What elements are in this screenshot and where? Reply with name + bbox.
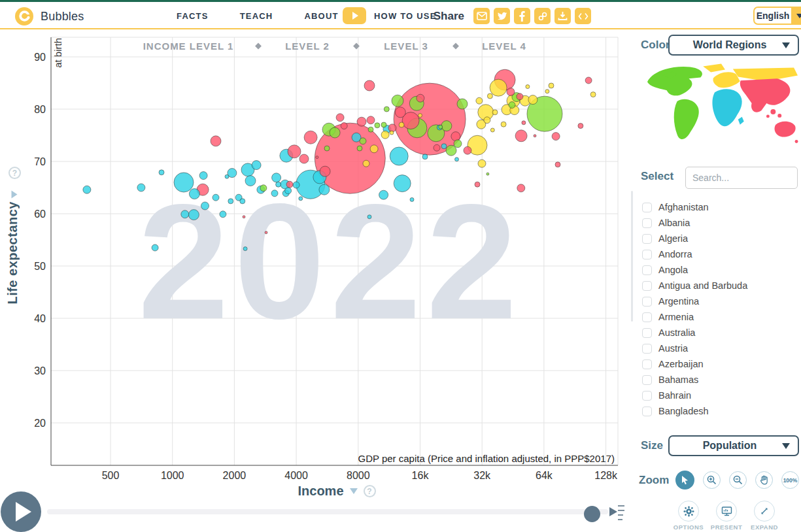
country-bubble-asia[interactable] xyxy=(211,136,221,146)
country-bubble-africa[interactable] xyxy=(174,173,194,192)
country-bubble-africa[interactable] xyxy=(272,173,281,182)
country-bubble-americas[interactable] xyxy=(446,145,456,156)
country-list-item[interactable]: Azerbaijan xyxy=(642,356,792,372)
nav-about[interactable]: ABOUT xyxy=(304,11,338,21)
country-bubble-africa[interactable] xyxy=(390,147,408,165)
zoom-reset-button[interactable]: 100% xyxy=(781,471,799,489)
twitter-icon[interactable] xyxy=(494,8,510,24)
country-bubble-asia[interactable] xyxy=(507,88,515,96)
country-bubble-europe[interactable] xyxy=(490,128,494,132)
country-bubble-asia[interactable] xyxy=(265,231,267,234)
color-dropdown[interactable]: World Regions xyxy=(668,35,799,56)
country-bubble-asia[interactable] xyxy=(534,135,536,137)
country-checkbox[interactable] xyxy=(642,391,652,401)
size-dropdown[interactable]: Population xyxy=(668,435,799,456)
country-bubble-americas[interactable] xyxy=(357,146,362,151)
country-checkbox[interactable] xyxy=(642,297,652,307)
country-checkbox[interactable] xyxy=(642,218,652,228)
present-button[interactable] xyxy=(716,501,737,522)
play-button[interactable] xyxy=(1,491,41,532)
country-bubble-asia[interactable] xyxy=(367,116,375,124)
country-bubble-americas[interactable] xyxy=(457,99,468,109)
country-checkbox[interactable] xyxy=(642,328,652,338)
country-bubble-asia[interactable] xyxy=(475,182,480,187)
country-bubble-asia[interactable] xyxy=(451,132,460,141)
country-bubble-asia[interactable] xyxy=(357,117,366,126)
country-bubble-americas[interactable] xyxy=(368,127,373,132)
country-bubble-africa[interactable] xyxy=(225,175,229,178)
country-bubble-europe[interactable] xyxy=(492,110,498,115)
country-bubble-asia[interactable] xyxy=(341,123,347,129)
country-bubble-asia[interactable] xyxy=(288,145,301,158)
country-bubble-americas[interactable] xyxy=(441,121,452,131)
mail-icon[interactable] xyxy=(473,8,490,24)
country-bubble-africa[interactable] xyxy=(276,182,281,187)
country-bubble-europe[interactable] xyxy=(381,131,389,139)
country-checkbox[interactable] xyxy=(642,359,652,369)
country-bubble-europe[interactable] xyxy=(478,159,486,167)
country-bubble-africa[interactable] xyxy=(199,172,207,180)
country-bubble-africa[interactable] xyxy=(271,190,278,197)
pan-hand-icon[interactable] xyxy=(755,471,773,489)
how-to-use-button[interactable]: HOW TO USE xyxy=(343,7,437,24)
cursor-select-button[interactable] xyxy=(675,471,694,490)
country-list-item[interactable]: Afghanistan xyxy=(642,199,792,215)
country-bubble-asia[interactable] xyxy=(304,131,317,144)
country-list-scrollbar[interactable] xyxy=(631,191,633,322)
country-bubble-africa[interactable] xyxy=(189,189,199,199)
country-bubble-asia[interactable] xyxy=(336,114,344,122)
country-bubble-asia[interactable] xyxy=(464,146,471,154)
country-list-item[interactable]: Algeria xyxy=(642,231,792,246)
country-bubble-europe[interactable] xyxy=(363,160,369,167)
x-axis-dropdown-arrow-icon[interactable] xyxy=(350,488,358,494)
country-bubble-africa[interactable] xyxy=(379,190,388,199)
link-icon[interactable] xyxy=(534,8,551,24)
country-bubble-africa[interactable] xyxy=(455,158,459,161)
country-bubble-americas[interactable] xyxy=(439,125,443,129)
country-bubble-europe[interactable] xyxy=(501,122,506,127)
country-bubble-africa[interactable] xyxy=(299,197,303,201)
language-selector[interactable]: English xyxy=(753,7,801,25)
country-bubble-africa[interactable] xyxy=(243,247,247,251)
country-list-item[interactable]: Antigua and Barbuda xyxy=(642,278,792,293)
timeline-slider[interactable] xyxy=(47,509,608,514)
expand-button[interactable] xyxy=(754,501,775,522)
country-bubble-asia[interactable] xyxy=(364,80,375,91)
country-list-item[interactable]: Angola xyxy=(642,262,792,278)
country-bubble-americas[interactable] xyxy=(454,140,462,148)
country-checkbox[interactable] xyxy=(642,234,652,244)
download-icon[interactable] xyxy=(554,8,571,24)
country-bubble-europe[interactable] xyxy=(490,79,507,96)
country-bubble-europe[interactable] xyxy=(390,131,394,135)
country-bubble-asia[interactable] xyxy=(578,124,583,129)
country-bubble-africa[interactable] xyxy=(181,210,189,218)
country-bubble-americas[interactable] xyxy=(260,185,267,191)
country-bubble-africa[interactable] xyxy=(188,210,199,220)
country-list-item[interactable]: Austria xyxy=(642,341,792,356)
country-bubble-africa[interactable] xyxy=(252,161,261,170)
embed-code-icon[interactable] xyxy=(575,8,591,24)
playback-speed-icon[interactable] xyxy=(608,502,625,524)
country-bubble-africa[interactable] xyxy=(152,244,158,251)
country-bubble-americas[interactable] xyxy=(381,122,386,127)
country-bubble-asia[interactable] xyxy=(585,77,592,84)
country-bubble-europe[interactable] xyxy=(549,83,554,88)
x-axis-help-icon[interactable]: ? xyxy=(364,485,376,497)
country-bubble-asia[interactable] xyxy=(515,130,527,142)
options-button[interactable] xyxy=(678,501,699,522)
country-list-item[interactable]: Armenia xyxy=(642,309,792,325)
nav-facts[interactable]: FACTS xyxy=(177,11,209,21)
country-bubble-americas[interactable] xyxy=(392,95,403,107)
country-bubble-americas[interactable] xyxy=(330,127,340,138)
country-list-item[interactable]: Andorra xyxy=(642,246,792,262)
country-bubble-africa[interactable] xyxy=(441,144,447,149)
country-checkbox[interactable] xyxy=(642,344,652,354)
country-bubble-africa[interactable] xyxy=(220,211,226,218)
timeline-handle[interactable] xyxy=(584,506,600,522)
x-axis-label[interactable]: Income xyxy=(298,484,343,499)
country-bubble-africa[interactable] xyxy=(245,176,256,186)
country-bubble-africa[interactable] xyxy=(201,202,209,210)
country-bubble-asia[interactable] xyxy=(552,133,560,141)
country-bubble-europe[interactable] xyxy=(526,85,530,89)
search-input[interactable] xyxy=(685,167,798,189)
